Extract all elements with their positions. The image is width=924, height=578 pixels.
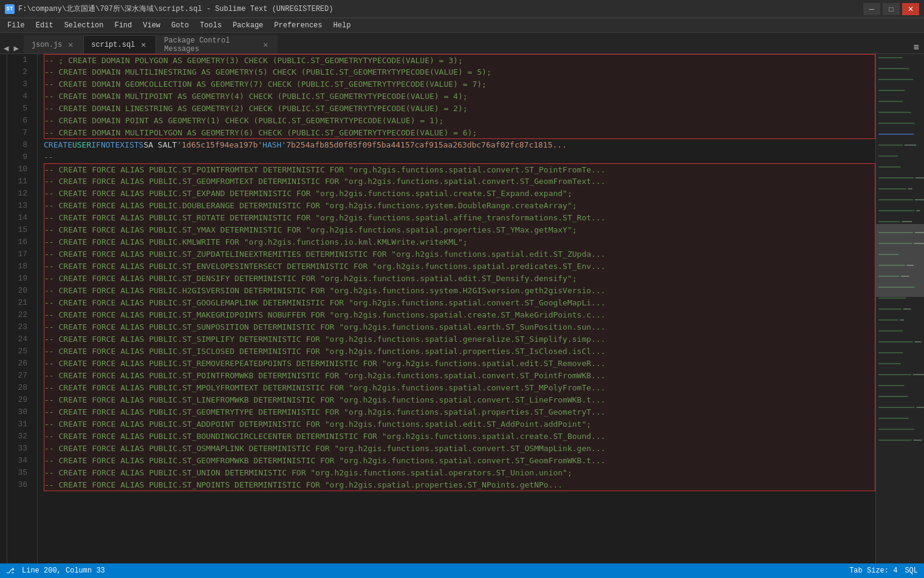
code-line-17: -- CREATE FORCE ALIAS PUBLIC.ST_ZUPDATEL…	[44, 248, 875, 260]
line-number-24: 24	[7, 333, 32, 345]
menu-item-selection[interactable]: Selection	[60, 20, 109, 31]
tab-size: Tab Size: 4	[849, 566, 897, 575]
close-button[interactable]: ✕	[902, 3, 919, 15]
code-line-29: -- CREATE FORCE ALIAS PUBLIC.ST_LINEFROM…	[44, 394, 875, 406]
code-line-31: -- CREATE FORCE ALIAS PUBLIC.ST_ADDPOINT…	[44, 418, 875, 430]
tab-script[interactable]: script.sql ✕	[83, 35, 156, 53]
menu-item-package[interactable]: Package	[228, 20, 268, 31]
maximize-button[interactable]: □	[883, 3, 900, 15]
tab-json-close[interactable]: ✕	[66, 40, 75, 50]
code-line-13: -- CREATE FORCE ALIAS PUBLIC.DOUBLERANGE…	[44, 200, 875, 212]
menu-item-find[interactable]: Find	[109, 20, 137, 31]
code-line-11: -- CREATE FORCE ALIAS PUBLIC.ST_GEOMFROM…	[44, 175, 875, 188]
code-line-4: -- CREATE DOMAIN MULTIPOINT AS GEOMETRY(…	[44, 90, 875, 103]
line-number-11: 11	[7, 175, 32, 188]
statusbar: ⎇ Line 200, Column 33 Tab Size: 4 SQL	[0, 563, 924, 578]
menu-item-view[interactable]: View	[138, 20, 165, 31]
code-line-30: -- CREATE FORCE ALIAS PUBLIC.ST_GEOMETRY…	[44, 406, 875, 418]
line-number-36: 36	[7, 479, 32, 491]
fold-gutter	[0, 54, 7, 563]
code-line-33: -- CREATE FORCE ALIAS PUBLIC.ST_OSMMAPLI…	[44, 443, 875, 455]
minimap[interactable]	[875, 54, 924, 563]
tabbar: ◀ ▶ json.js ✕ script.sql ✕ Package Contr…	[0, 33, 924, 54]
line-number-10: 10	[7, 163, 32, 175]
tab-overflow[interactable]: ≡	[909, 42, 923, 53]
code-line-10: -- CREATE FORCE ALIAS PUBLIC.ST_POINTFRO…	[44, 163, 875, 175]
cursor-position: Line 200, Column 33	[22, 566, 105, 575]
tab-package-label: Package Control Messages	[164, 36, 258, 53]
line-number-16: 16	[7, 236, 32, 248]
window-title: F:\company\北京国通\707所\深水海域\script.sql - S…	[18, 4, 333, 14]
line-number-32: 32	[7, 430, 32, 443]
line-number-27: 27	[7, 370, 32, 382]
menu-item-edit[interactable]: Edit	[31, 20, 58, 31]
line-number-1: 1	[7, 54, 32, 66]
line-number-12: 12	[7, 188, 32, 200]
code-line-9: --	[44, 151, 875, 163]
code-line-2: -- CREATE DOMAIN MULTILINESTRING AS GEOM…	[44, 66, 875, 78]
tab-json[interactable]: json.js ✕	[24, 35, 83, 53]
code-line-23: -- CREATE FORCE ALIAS PUBLIC.ST_SUNPOSIT…	[44, 321, 875, 333]
window-controls: ─ □ ✕	[863, 3, 919, 15]
code-line-36: -- CREATE FORCE ALIAS PUBLIC.ST_NPOINTS …	[44, 479, 875, 491]
minimap-viewport	[876, 224, 924, 297]
tab-nav-next[interactable]: ▶	[11, 43, 21, 53]
menu-item-file[interactable]: File	[2, 20, 30, 31]
code-line-22: -- CREATE FORCE ALIAS PUBLIC.ST_MAKEGRID…	[44, 309, 875, 321]
tab-package[interactable]: Package Control Messages ✕	[156, 35, 278, 53]
code-line-12: -- CREATE FORCE ALIAS PUBLIC.ST_EXPAND D…	[44, 188, 875, 200]
line-number-28: 28	[7, 382, 32, 394]
tab-script-label: script.sql	[91, 41, 135, 49]
line-number-14: 14	[7, 212, 32, 224]
code-line-5: -- CREATE DOMAIN LINESTRING AS GEOMETRY(…	[44, 103, 875, 115]
line-number-22: 22	[7, 309, 32, 321]
menu-item-tools[interactable]: Tools	[195, 20, 227, 31]
line-number-13: 13	[7, 200, 32, 212]
code-line-28: -- CREATE FORCE ALIAS PUBLIC.ST_MPOLYFRO…	[44, 382, 875, 394]
minimize-button[interactable]: ─	[863, 3, 880, 15]
tab-json-label: json.js	[32, 41, 62, 49]
line-number-33: 33	[7, 443, 32, 455]
line-number-26: 26	[7, 358, 32, 370]
menu-item-preferences[interactable]: Preferences	[269, 20, 327, 31]
line-number-25: 25	[7, 345, 32, 358]
menubar: FileEditSelectionFindViewGotoToolsPackag…	[0, 18, 924, 33]
line-number-19: 19	[7, 273, 32, 285]
code-line-14: -- CREATE FORCE ALIAS PUBLIC.ST_ROTATE D…	[44, 212, 875, 224]
code-line-18: -- CREATE FORCE ALIAS PUBLIC.ST_ENVELOPE…	[44, 260, 875, 273]
syntax: SQL	[905, 566, 918, 575]
code-line-35: -- CREATE FORCE ALIAS PUBLIC.ST_UNION DE…	[44, 467, 875, 479]
code-line-7: -- CREATE DOMAIN MULTIPOLYGON AS GEOMETR…	[44, 127, 875, 139]
tab-script-close[interactable]: ✕	[139, 40, 148, 50]
line-numbers: 1234567891011121314151617181920212223242…	[7, 54, 38, 563]
titlebar-left: ST F:\company\北京国通\707所\深水海域\script.sql …	[5, 4, 333, 14]
code-line-24: -- CREATE FORCE ALIAS PUBLIC.ST_SIMPLIFY…	[44, 333, 875, 345]
tab-nav-prev[interactable]: ◀	[1, 43, 11, 53]
code-line-25: -- CREATE FORCE ALIAS PUBLIC.ST_ISCLOSED…	[44, 345, 875, 358]
line-number-4: 4	[7, 90, 32, 103]
line-number-18: 18	[7, 260, 32, 273]
line-number-6: 6	[7, 115, 32, 127]
line-number-30: 30	[7, 406, 32, 418]
tab-package-close[interactable]: ✕	[261, 40, 270, 50]
code-line-15: -- CREATE FORCE ALIAS PUBLIC.ST_YMAX DET…	[44, 224, 875, 236]
menu-item-goto[interactable]: Goto	[166, 20, 194, 31]
line-number-31: 31	[7, 418, 32, 430]
git-icon: ⎇	[6, 566, 15, 576]
code-line-6: -- CREATE DOMAIN POINT AS GEOMETRY(1) CH…	[44, 115, 875, 127]
statusbar-left: ⎇ Line 200, Column 33	[6, 566, 105, 576]
line-number-21: 21	[7, 297, 32, 309]
line-number-9: 9	[7, 151, 32, 163]
line-number-7: 7	[7, 127, 32, 139]
editor: 1234567891011121314151617181920212223242…	[0, 54, 924, 563]
code-line-8: CREATE USER IF NOT EXISTS SA SALT '1d65c…	[44, 139, 875, 151]
menu-item-help[interactable]: Help	[329, 20, 356, 31]
statusbar-right: Tab Size: 4 SQL	[849, 566, 918, 575]
line-number-3: 3	[7, 78, 32, 90]
code-content[interactable]: -- ; CREATE DOMAIN POLYGON AS GEOMETRY(3…	[38, 54, 875, 563]
line-number-5: 5	[7, 103, 32, 115]
code-line-34: -- CREATE FORCE ALIAS PUBLIC.ST_GEOMFROM…	[44, 455, 875, 467]
line-number-20: 20	[7, 285, 32, 297]
code-line-19: -- CREATE FORCE ALIAS PUBLIC.ST_DENSIFY …	[44, 273, 875, 285]
line-number-8: 8	[7, 139, 32, 151]
